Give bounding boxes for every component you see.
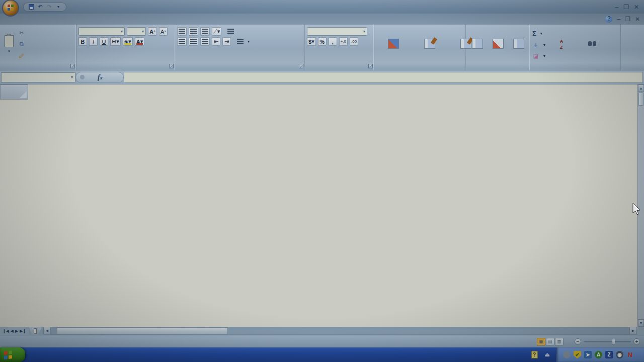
format-as-table-button[interactable]: [413, 27, 447, 61]
messenger-icon[interactable]: [563, 351, 571, 358]
undo-button[interactable]: ↶: [37, 4, 44, 11]
delete-cells-button[interactable]: [490, 27, 506, 61]
align-center-button[interactable]: [189, 37, 198, 46]
scroll-up-arrow[interactable]: ▲: [638, 84, 644, 92]
grow-font-button[interactable]: A˄: [148, 27, 157, 36]
paste-button[interactable]: ▾: [2, 27, 16, 61]
minimize-button[interactable]: –: [615, 4, 618, 10]
window-restore-button[interactable]: ❐: [625, 16, 630, 22]
decrease-decimal-button[interactable]: .00: [350, 37, 358, 46]
qat-customize-button[interactable]: ▾: [55, 4, 62, 11]
format-painter-button[interactable]: 🖉: [18, 52, 27, 59]
last-sheet-button[interactable]: ▶❙: [20, 329, 26, 333]
help-notification-icon[interactable]: ?: [531, 351, 538, 358]
page-break-view-button[interactable]: ▥: [555, 338, 564, 345]
number-dialog-launcher[interactable]: ◿: [368, 64, 373, 68]
sort-filter-button[interactable]: AZ: [547, 27, 576, 61]
scroll-left-arrow[interactable]: ◀: [43, 327, 51, 335]
scroll-down-arrow[interactable]: ▼: [638, 319, 644, 327]
fill-color-button[interactable]: ◈▾: [123, 37, 133, 46]
align-middle-button[interactable]: [189, 27, 198, 36]
wrap-text-button[interactable]: [227, 29, 236, 34]
resize-grip[interactable]: [637, 327, 644, 335]
insert-cells-button[interactable]: [469, 27, 486, 61]
insert-worksheet-tab[interactable]: [29, 327, 42, 335]
first-sheet-button[interactable]: ❙◀: [3, 329, 9, 333]
align-right-icon: [202, 39, 208, 44]
increase-decimal-button[interactable]: +.0: [339, 37, 348, 46]
accounting-format-button[interactable]: $▾: [307, 37, 316, 46]
horizontal-scrollbar[interactable]: ◀ ▶: [43, 327, 644, 335]
borders-button[interactable]: ⊞▾: [110, 37, 121, 46]
find-select-button[interactable]: [578, 27, 607, 61]
merge-center-button[interactable]: ▾: [237, 39, 250, 44]
font-size-select[interactable]: ▾: [127, 27, 146, 36]
save-button[interactable]: [28, 4, 35, 11]
cut-button[interactable]: ✂: [18, 30, 27, 36]
zoom-out-button[interactable]: −: [575, 338, 581, 345]
alignment-dialog-launcher[interactable]: ◿: [299, 64, 303, 68]
prev-sheet-button[interactable]: ◀: [11, 329, 14, 333]
safely-remove-icon[interactable]: ⏏: [545, 351, 550, 358]
office-button[interactable]: [2, 0, 19, 17]
styles-group: [374, 25, 466, 70]
clipboard-dialog-launcher[interactable]: ◿: [70, 64, 75, 68]
next-sheet-button[interactable]: ▶: [15, 329, 18, 333]
name-box[interactable]: ▾: [1, 72, 75, 82]
merge-center-icon: [237, 39, 244, 44]
help-button[interactable]: ?: [605, 16, 612, 23]
decrease-indent-button[interactable]: ⇤: [212, 37, 220, 46]
start-button[interactable]: [0, 347, 25, 362]
clear-button[interactable]: ◪▾: [532, 53, 545, 59]
orientation-button[interactable]: ⟋▾: [212, 27, 221, 36]
pointer-icon[interactable]: ➤: [584, 351, 592, 358]
window-close-button[interactable]: ✕: [635, 16, 640, 22]
restore-button[interactable]: ❐: [623, 4, 629, 10]
bold-button[interactable]: B: [78, 37, 87, 46]
zone-icon[interactable]: Z: [605, 351, 613, 358]
align-right-button[interactable]: [200, 37, 210, 46]
align-top-icon: [179, 29, 185, 34]
volume-icon[interactable]: ◉: [616, 351, 623, 358]
vertical-scroll-thumb[interactable]: [638, 93, 643, 106]
nvidia-icon[interactable]: N: [626, 351, 634, 358]
window-minimize-button[interactable]: –: [617, 16, 620, 22]
align-bottom-button[interactable]: [200, 27, 210, 36]
scroll-right-arrow[interactable]: ▶: [629, 327, 637, 335]
close-button[interactable]: ✕: [634, 4, 639, 10]
align-top-button[interactable]: [177, 27, 187, 36]
security-shield-icon[interactable]: ✔: [574, 351, 581, 358]
align-center-icon: [190, 39, 197, 44]
insert-worksheet-icon: [34, 328, 37, 334]
fx-icon[interactable]: fx: [98, 73, 103, 81]
zoom-slider[interactable]: − +: [575, 338, 640, 345]
font-family-select[interactable]: ▾: [78, 27, 125, 36]
formula-input[interactable]: [124, 72, 643, 83]
increase-indent-button[interactable]: ⇥: [222, 37, 231, 46]
number-format-select[interactable]: ▾: [307, 27, 367, 36]
font-dialog-launcher[interactable]: ◿: [169, 64, 174, 68]
normal-view-button[interactable]: ▦: [537, 338, 545, 345]
antivirus-icon[interactable]: A: [595, 351, 602, 358]
italic-button[interactable]: I: [89, 37, 98, 46]
autosum-button[interactable]: Σ▾: [532, 30, 545, 37]
align-left-button[interactable]: [177, 37, 187, 46]
format-painter-icon: 🖉: [18, 52, 25, 59]
horizontal-scroll-thumb[interactable]: [57, 327, 228, 334]
comma-style-button[interactable]: ,: [329, 37, 337, 46]
format-cells-button[interactable]: [511, 27, 527, 61]
underline-button[interactable]: U: [100, 37, 108, 46]
shrink-font-button[interactable]: A˅: [159, 27, 168, 36]
zoom-in-button[interactable]: +: [633, 338, 640, 345]
redo-button[interactable]: ↷: [46, 4, 53, 11]
percent-style-button[interactable]: %: [318, 37, 327, 46]
page-layout-view-button[interactable]: ▤: [546, 338, 554, 345]
zoom-slider-thumb[interactable]: [612, 339, 615, 344]
conditional-formatting-button[interactable]: [376, 27, 411, 61]
select-all-button[interactable]: [0, 84, 28, 100]
clear-icon: ◪: [532, 53, 539, 59]
font-color-button[interactable]: A▾: [135, 37, 144, 46]
copy-button[interactable]: ⧉: [18, 41, 27, 47]
fill-button[interactable]: ⤓▾: [532, 42, 545, 48]
sigma-icon: Σ: [532, 30, 536, 37]
